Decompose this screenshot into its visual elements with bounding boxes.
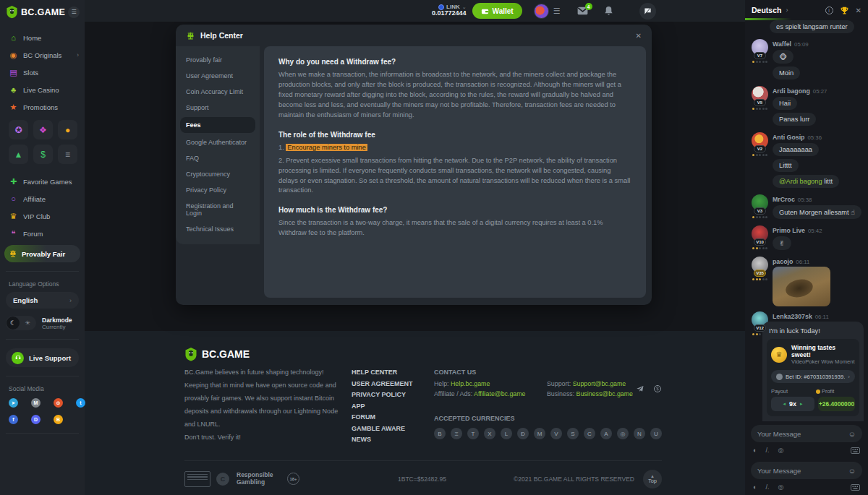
chat-commands-icon[interactable]: /. [765,483,769,491]
tip-rain-icon[interactable]: ◐ [753,483,757,491]
twitter-icon[interactable]: t [76,398,85,408]
logo-text[interactable]: BC.GAME [21,7,65,17]
piggy-bank-tile[interactable]: ● [58,120,77,139]
chip-icon[interactable]: ◎ [778,483,783,491]
sidebar-item-bc-originals[interactable]: ◉ BC Originals › [0,46,85,64]
footer-link[interactable]: HELP CENTER [352,369,434,376]
rocket-tile[interactable]: ▲ [9,145,28,164]
mail-button[interactable]: 4 [577,7,588,15]
keyboard-icon[interactable] [851,447,860,454]
help-nav-user-agreement[interactable]: User Agreement [176,68,260,84]
help-nav-registration-and-login[interactable]: Registration and Login [176,198,260,221]
username[interactable]: MrCroc [773,196,795,203]
sidebar-item-favorite-games[interactable]: ✚ Favorite Games [0,173,85,190]
trophy-icon[interactable] [840,6,849,15]
level-badge: V2 [754,145,766,152]
footer-link[interactable]: FORUM [352,413,434,421]
chat-bubble: 🐵 [773,50,793,64]
bitcointalk-icon[interactable]: B [54,415,63,424]
user-avatar[interactable] [534,4,549,19]
sidebar-item-home[interactable]: ⌂ Home [0,29,85,46]
help-nav-coin-accuracy-limit[interactable]: Coin Accuracy Limit [176,84,260,100]
sidebar-item-promotions[interactable]: ★ Promotions [0,98,85,116]
discord-icon[interactable]: D [31,415,41,424]
contact-link[interactable]: Support@bc.game [573,380,626,387]
telegram-icon[interactable]: ➤ [9,398,18,408]
level-badge: V5 [754,99,766,106]
currency-coin-icon: L [501,428,512,439]
notifications-button[interactable] [604,6,613,16]
help-nav-fees[interactable]: Fees [180,117,255,133]
chat-input-placeholder: Your Message [757,467,848,475]
close-icon[interactable]: ✕ [636,32,642,40]
sidebar-item-vip-club[interactable]: ♛ VIP Club [0,207,85,225]
back-to-top-button[interactable]: ▲Top [643,470,662,488]
coin-stack-tile[interactable]: ≡ [58,145,77,164]
payout-label: Payout [771,388,816,395]
sidebar-item-provably-fair[interactable]: Provably Fair [4,245,80,262]
username[interactable]: Anti Gosip [773,134,804,141]
live-support-button[interactable]: Live Support [6,348,79,367]
sidebar-item-live-casino[interactable]: ♣ Live Casino [0,81,85,98]
close-icon[interactable]: ✕ [856,7,861,14]
chat-commands-icon[interactable]: /. [765,447,769,454]
language-select[interactable]: English › [6,292,79,309]
chat-input[interactable]: Your Message ☺ [751,425,862,442]
tip-rain-icon[interactable]: ◐ [753,447,757,454]
help-nav-google-authenticator[interactable]: Google Authenticator [176,134,260,150]
user-menu-icon[interactable]: ☰ [553,7,561,16]
keyboard-icon[interactable] [851,484,860,491]
skype-icon[interactable] [653,384,662,393]
lucky-spin-tile[interactable]: ❖ [33,120,53,139]
chip-icon[interactable]: ◎ [778,447,783,454]
footer-link[interactable]: GAMBLE AWARE [352,425,434,432]
username[interactable]: Primo Live [773,227,805,234]
username[interactable]: Lenka2307sk [773,313,812,320]
article-paragraph: When we make a transaction, the informat… [278,70,631,121]
bonus-tag-tile[interactable]: $ [33,145,53,164]
chat-rules-icon[interactable]: i [825,7,833,14]
sidebar-item-slots[interactable]: ▤ Slots [0,64,85,81]
help-nav-faq[interactable]: FAQ [176,150,260,166]
contact-link[interactable]: Affiliate@bc.game [474,390,525,397]
sidebar-item-forum[interactable]: ❝ Forum [0,225,85,242]
facebook-icon[interactable]: f [9,415,18,424]
chat-input[interactable]: Your Message ☺ [751,462,862,479]
medium-icon[interactable]: M [31,398,41,408]
contact-link[interactable]: Help.bc.game [451,380,490,387]
username[interactable]: Waffel [773,40,791,48]
chat-room-selector[interactable]: Deutsch [752,6,781,14]
help-nav-provably-fair[interactable]: Provably fair [176,52,260,68]
license-badge[interactable] [184,471,210,487]
sidebar-item-affiliate[interactable]: ○ Affiliate [0,190,85,207]
bet-id-row[interactable]: Bet ID: #670310391939... › [771,370,855,383]
wallet-button[interactable]: Wallet [472,3,522,19]
task-hub-tile[interactable]: ✪ [9,120,28,139]
level-badge: V12 [754,324,766,332]
sidebar-collapse-button[interactable]: ☰ [68,7,80,18]
telegram-icon[interactable] [636,384,644,393]
footer-link[interactable]: NEWS [352,436,434,443]
sun-icon: ☀ [20,319,35,327]
user-mention[interactable]: @Ardi bagong [779,178,822,185]
footer-link[interactable]: PRIVACY POLICY [352,391,434,398]
github-icon[interactable]: ⊙ [54,398,63,408]
chevron-right-icon[interactable]: › [786,7,788,14]
darkmode-label: Darkmode [42,317,72,324]
help-nav-technical-issues[interactable]: Technical Issues [176,221,260,237]
help-nav-cryptocurrency[interactable]: Cryptocurrency [176,166,260,182]
chat-toggle-button[interactable] [639,3,656,20]
divider [6,339,79,340]
help-nav-support[interactable]: Support [176,100,260,116]
username[interactable]: Ardi bagong [773,87,810,95]
chat-image-attachment[interactable] [773,267,830,306]
help-nav-privacy-policy[interactable]: Privacy Policy [176,182,260,198]
balance-dropdown[interactable]: LINK ⌄ 0.01772444 [432,4,467,18]
contact-link[interactable]: Business@bc.game [576,390,633,397]
username[interactable]: pacojo [773,258,793,265]
footer-link[interactable]: APP [352,403,434,410]
emoji-picker-icon[interactable]: ☺ [848,430,856,438]
footer-link[interactable]: USER AGREEMENT [352,380,434,387]
emoji-picker-icon[interactable]: ☺ [848,467,856,475]
darkmode-toggle[interactable]: ☾ ☀ [6,316,36,330]
